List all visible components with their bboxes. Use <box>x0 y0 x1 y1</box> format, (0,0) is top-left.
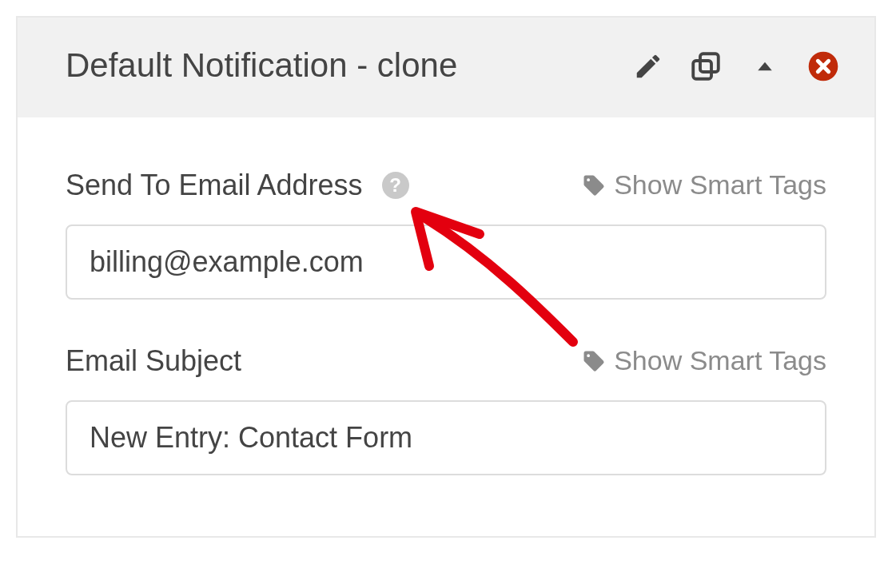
send-to-email-input[interactable] <box>66 224 826 300</box>
svg-rect-0 <box>700 54 719 72</box>
tag-icon <box>582 173 606 197</box>
subject-label-row: Email Subject Show Smart Tags <box>66 344 826 378</box>
tag-icon <box>582 349 606 373</box>
duplicate-button[interactable] <box>689 50 723 83</box>
notification-panel: Default Notification - clone <box>16 16 876 538</box>
email-subject-input[interactable] <box>66 400 826 475</box>
copy-icon <box>689 50 723 83</box>
show-smart-tags-sendto[interactable]: Show Smart Tags <box>582 169 826 201</box>
panel-header: Default Notification - clone <box>18 18 874 117</box>
panel-title: Default Notification - clone <box>66 43 457 89</box>
subject-label-left: Email Subject <box>66 344 241 378</box>
svg-rect-1 <box>693 61 711 79</box>
send-to-label-row: Send To Email Address ? Show Smart Tags <box>66 169 826 202</box>
subject-label: Email Subject <box>66 344 241 378</box>
delete-button[interactable] <box>807 50 839 82</box>
pencil-icon <box>633 51 663 81</box>
send-to-label: Send To Email Address <box>66 169 363 202</box>
panel-body: Send To Email Address ? Show Smart Tags … <box>18 117 874 536</box>
subject-field-group: Email Subject Show Smart Tags <box>66 344 826 475</box>
smart-tags-label-sendto: Show Smart Tags <box>614 169 826 201</box>
edit-button[interactable] <box>633 51 663 81</box>
close-circle-icon <box>807 50 839 82</box>
help-icon[interactable]: ? <box>382 172 409 199</box>
show-smart-tags-subject[interactable]: Show Smart Tags <box>582 345 826 376</box>
chevron-up-icon <box>748 50 782 83</box>
collapse-button[interactable] <box>748 50 782 83</box>
send-to-field-group: Send To Email Address ? Show Smart Tags <box>66 169 826 300</box>
panel-actions <box>633 43 839 83</box>
smart-tags-label-subject: Show Smart Tags <box>614 345 826 376</box>
send-to-label-left: Send To Email Address ? <box>66 169 409 202</box>
